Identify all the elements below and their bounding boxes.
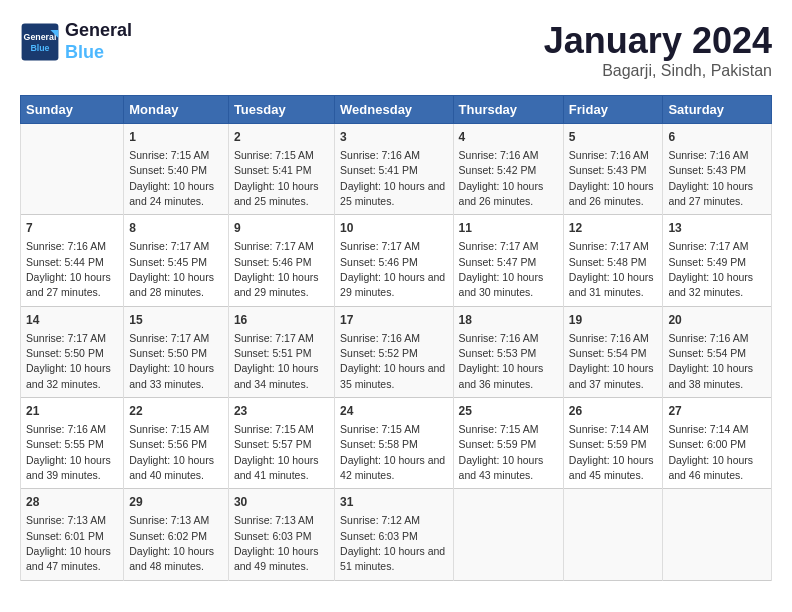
day-cell: 13Sunrise: 7:17 AMSunset: 5:49 PMDayligh… bbox=[663, 215, 772, 306]
svg-text:Blue: Blue bbox=[30, 42, 49, 52]
week-row-1: 1Sunrise: 7:15 AMSunset: 5:40 PMDaylight… bbox=[21, 124, 772, 215]
day-info: Sunrise: 7:15 AMSunset: 5:57 PMDaylight:… bbox=[234, 423, 319, 481]
day-info: Sunrise: 7:17 AMSunset: 5:46 PMDaylight:… bbox=[234, 240, 319, 298]
day-info: Sunrise: 7:16 AMSunset: 5:42 PMDaylight:… bbox=[459, 149, 544, 207]
day-info: Sunrise: 7:15 AMSunset: 5:40 PMDaylight:… bbox=[129, 149, 214, 207]
day-cell: 8Sunrise: 7:17 AMSunset: 5:45 PMDaylight… bbox=[124, 215, 229, 306]
month-year: January 2024 bbox=[544, 20, 772, 62]
logo-line2: Blue bbox=[65, 42, 132, 64]
svg-rect-0 bbox=[22, 23, 59, 60]
day-number: 14 bbox=[26, 312, 118, 329]
day-number: 28 bbox=[26, 494, 118, 511]
day-number: 3 bbox=[340, 129, 447, 146]
day-info: Sunrise: 7:17 AMSunset: 5:47 PMDaylight:… bbox=[459, 240, 544, 298]
day-number: 30 bbox=[234, 494, 329, 511]
day-number: 9 bbox=[234, 220, 329, 237]
logo-text: General Blue bbox=[65, 20, 132, 63]
day-info: Sunrise: 7:13 AMSunset: 6:01 PMDaylight:… bbox=[26, 514, 111, 572]
day-cell: 24Sunrise: 7:15 AMSunset: 5:58 PMDayligh… bbox=[335, 398, 453, 489]
week-row-2: 7Sunrise: 7:16 AMSunset: 5:44 PMDaylight… bbox=[21, 215, 772, 306]
day-cell bbox=[453, 489, 563, 580]
day-number: 11 bbox=[459, 220, 558, 237]
day-number: 18 bbox=[459, 312, 558, 329]
day-cell: 11Sunrise: 7:17 AMSunset: 5:47 PMDayligh… bbox=[453, 215, 563, 306]
day-cell: 3Sunrise: 7:16 AMSunset: 5:41 PMDaylight… bbox=[335, 124, 453, 215]
week-row-3: 14Sunrise: 7:17 AMSunset: 5:50 PMDayligh… bbox=[21, 306, 772, 397]
day-number: 13 bbox=[668, 220, 766, 237]
day-number: 26 bbox=[569, 403, 658, 420]
svg-text:General: General bbox=[24, 31, 57, 41]
day-cell: 6Sunrise: 7:16 AMSunset: 5:43 PMDaylight… bbox=[663, 124, 772, 215]
day-info: Sunrise: 7:16 AMSunset: 5:54 PMDaylight:… bbox=[569, 332, 654, 390]
logo-icon: General Blue bbox=[20, 22, 60, 62]
day-number: 1 bbox=[129, 129, 223, 146]
day-cell: 15Sunrise: 7:17 AMSunset: 5:50 PMDayligh… bbox=[124, 306, 229, 397]
day-cell bbox=[21, 124, 124, 215]
weekday-header-thursday: Thursday bbox=[453, 96, 563, 124]
day-info: Sunrise: 7:17 AMSunset: 5:48 PMDaylight:… bbox=[569, 240, 654, 298]
day-number: 12 bbox=[569, 220, 658, 237]
day-number: 21 bbox=[26, 403, 118, 420]
day-number: 2 bbox=[234, 129, 329, 146]
calendar-table: SundayMondayTuesdayWednesdayThursdayFrid… bbox=[20, 95, 772, 581]
day-cell: 16Sunrise: 7:17 AMSunset: 5:51 PMDayligh… bbox=[228, 306, 334, 397]
day-info: Sunrise: 7:16 AMSunset: 5:43 PMDaylight:… bbox=[668, 149, 753, 207]
day-number: 22 bbox=[129, 403, 223, 420]
day-info: Sunrise: 7:16 AMSunset: 5:54 PMDaylight:… bbox=[668, 332, 753, 390]
day-number: 15 bbox=[129, 312, 223, 329]
day-number: 27 bbox=[668, 403, 766, 420]
day-info: Sunrise: 7:17 AMSunset: 5:49 PMDaylight:… bbox=[668, 240, 753, 298]
day-info: Sunrise: 7:12 AMSunset: 6:03 PMDaylight:… bbox=[340, 514, 445, 572]
day-number: 31 bbox=[340, 494, 447, 511]
day-number: 4 bbox=[459, 129, 558, 146]
day-info: Sunrise: 7:16 AMSunset: 5:41 PMDaylight:… bbox=[340, 149, 445, 207]
day-number: 17 bbox=[340, 312, 447, 329]
day-cell: 2Sunrise: 7:15 AMSunset: 5:41 PMDaylight… bbox=[228, 124, 334, 215]
weekday-header-sunday: Sunday bbox=[21, 96, 124, 124]
day-info: Sunrise: 7:16 AMSunset: 5:43 PMDaylight:… bbox=[569, 149, 654, 207]
day-cell: 5Sunrise: 7:16 AMSunset: 5:43 PMDaylight… bbox=[563, 124, 663, 215]
day-cell bbox=[663, 489, 772, 580]
day-cell: 1Sunrise: 7:15 AMSunset: 5:40 PMDaylight… bbox=[124, 124, 229, 215]
weekday-header-row: SundayMondayTuesdayWednesdayThursdayFrid… bbox=[21, 96, 772, 124]
day-cell: 29Sunrise: 7:13 AMSunset: 6:02 PMDayligh… bbox=[124, 489, 229, 580]
day-number: 6 bbox=[668, 129, 766, 146]
day-info: Sunrise: 7:17 AMSunset: 5:51 PMDaylight:… bbox=[234, 332, 319, 390]
day-info: Sunrise: 7:13 AMSunset: 6:02 PMDaylight:… bbox=[129, 514, 214, 572]
week-row-4: 21Sunrise: 7:16 AMSunset: 5:55 PMDayligh… bbox=[21, 398, 772, 489]
day-cell: 25Sunrise: 7:15 AMSunset: 5:59 PMDayligh… bbox=[453, 398, 563, 489]
day-info: Sunrise: 7:14 AMSunset: 6:00 PMDaylight:… bbox=[668, 423, 753, 481]
day-cell: 23Sunrise: 7:15 AMSunset: 5:57 PMDayligh… bbox=[228, 398, 334, 489]
day-info: Sunrise: 7:16 AMSunset: 5:52 PMDaylight:… bbox=[340, 332, 445, 390]
day-info: Sunrise: 7:16 AMSunset: 5:53 PMDaylight:… bbox=[459, 332, 544, 390]
day-cell: 22Sunrise: 7:15 AMSunset: 5:56 PMDayligh… bbox=[124, 398, 229, 489]
day-cell: 4Sunrise: 7:16 AMSunset: 5:42 PMDaylight… bbox=[453, 124, 563, 215]
location: Bagarji, Sindh, Pakistan bbox=[544, 62, 772, 80]
day-number: 25 bbox=[459, 403, 558, 420]
day-info: Sunrise: 7:17 AMSunset: 5:46 PMDaylight:… bbox=[340, 240, 445, 298]
day-number: 20 bbox=[668, 312, 766, 329]
day-cell: 20Sunrise: 7:16 AMSunset: 5:54 PMDayligh… bbox=[663, 306, 772, 397]
day-info: Sunrise: 7:16 AMSunset: 5:55 PMDaylight:… bbox=[26, 423, 111, 481]
day-cell: 14Sunrise: 7:17 AMSunset: 5:50 PMDayligh… bbox=[21, 306, 124, 397]
day-cell: 19Sunrise: 7:16 AMSunset: 5:54 PMDayligh… bbox=[563, 306, 663, 397]
weekday-header-monday: Monday bbox=[124, 96, 229, 124]
weekday-header-wednesday: Wednesday bbox=[335, 96, 453, 124]
day-info: Sunrise: 7:15 AMSunset: 5:41 PMDaylight:… bbox=[234, 149, 319, 207]
day-cell: 12Sunrise: 7:17 AMSunset: 5:48 PMDayligh… bbox=[563, 215, 663, 306]
day-number: 24 bbox=[340, 403, 447, 420]
day-info: Sunrise: 7:16 AMSunset: 5:44 PMDaylight:… bbox=[26, 240, 111, 298]
day-info: Sunrise: 7:14 AMSunset: 5:59 PMDaylight:… bbox=[569, 423, 654, 481]
day-cell: 10Sunrise: 7:17 AMSunset: 5:46 PMDayligh… bbox=[335, 215, 453, 306]
day-info: Sunrise: 7:15 AMSunset: 5:58 PMDaylight:… bbox=[340, 423, 445, 481]
week-row-5: 28Sunrise: 7:13 AMSunset: 6:01 PMDayligh… bbox=[21, 489, 772, 580]
day-number: 10 bbox=[340, 220, 447, 237]
weekday-header-tuesday: Tuesday bbox=[228, 96, 334, 124]
day-info: Sunrise: 7:17 AMSunset: 5:50 PMDaylight:… bbox=[129, 332, 214, 390]
day-info: Sunrise: 7:17 AMSunset: 5:50 PMDaylight:… bbox=[26, 332, 111, 390]
day-number: 8 bbox=[129, 220, 223, 237]
day-number: 7 bbox=[26, 220, 118, 237]
day-cell: 7Sunrise: 7:16 AMSunset: 5:44 PMDaylight… bbox=[21, 215, 124, 306]
day-cell: 18Sunrise: 7:16 AMSunset: 5:53 PMDayligh… bbox=[453, 306, 563, 397]
day-info: Sunrise: 7:15 AMSunset: 5:56 PMDaylight:… bbox=[129, 423, 214, 481]
